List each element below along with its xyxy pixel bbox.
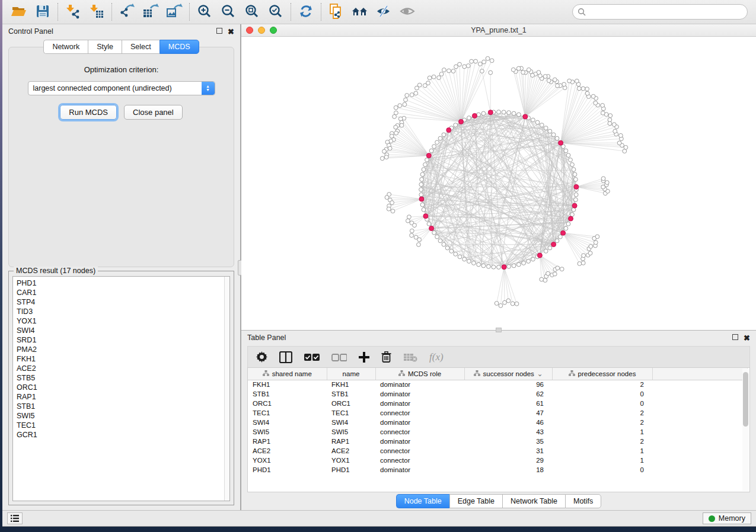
open-folder-icon [11, 4, 27, 21]
table-settings-button[interactable] [256, 351, 267, 363]
delete-column-button[interactable] [381, 351, 391, 363]
export-table-button[interactable] [139, 2, 162, 22]
mcds-result-item[interactable]: GCR1 [17, 430, 221, 440]
hide-selected-button[interactable] [372, 2, 395, 22]
tab-motifs[interactable]: Motifs [565, 494, 601, 508]
add-column-button[interactable] [359, 352, 369, 363]
duplicate-network-button[interactable] [324, 2, 348, 22]
close-panel-button[interactable]: Close panel [124, 105, 183, 120]
cytoscape-window: Control Panel ✖ NetworkStyleSelectMCDS O… [2, 0, 756, 527]
tab-select[interactable]: Select [122, 40, 160, 54]
tab-mcds[interactable]: MCDS [160, 40, 199, 54]
column-panel-button[interactable] [279, 351, 292, 363]
memory-button[interactable]: Memory [703, 512, 751, 524]
mcds-result-item[interactable]: SWI5 [17, 411, 221, 421]
mcds-result-item[interactable]: ORC1 [17, 383, 221, 392]
mcds-result-item[interactable]: SWI4 [17, 326, 221, 335]
mcds-result-item[interactable]: TID3 [17, 307, 221, 316]
column-header-predecessor-nodes[interactable]: predecessor nodes [552, 368, 652, 380]
zoom-in-button[interactable] [193, 2, 216, 22]
tree-icon [474, 370, 480, 377]
search-field[interactable] [572, 4, 748, 20]
mcds-result-item[interactable]: TEC1 [17, 421, 221, 430]
zoom-selected-button[interactable] [264, 2, 288, 22]
toolbar-separator [291, 3, 291, 21]
dropdown-selected-value: largest connected component (undirected) [28, 82, 202, 95]
float-table-panel-icon[interactable] [732, 334, 738, 341]
mcds-result-list[interactable]: PHD1CAR1STP4TID3YOX1SWI4SRD1PMA2FKH1ACE2… [12, 276, 230, 501]
column-header-name[interactable]: name [327, 368, 375, 380]
refresh-layout-button[interactable] [294, 2, 318, 22]
table-row[interactable]: RAP1RAP1dominator352 [248, 437, 747, 446]
canvas-resize-grip[interactable] [496, 328, 502, 332]
table-panel: Table Panel ✖ f(x) [241, 330, 756, 510]
save-session-button[interactable] [31, 2, 55, 22]
home-button[interactable] [348, 2, 372, 22]
import-network-button[interactable] [61, 2, 85, 22]
mcds-result-item[interactable]: STB5 [17, 373, 221, 383]
network-graph[interactable] [241, 37, 756, 330]
column-header-shared-name[interactable]: shared name [248, 368, 327, 380]
mcds-result-item[interactable]: STP4 [17, 297, 221, 307]
export-table-icon [142, 4, 159, 21]
status-bar: Memory [2, 510, 756, 526]
mcds-result-item[interactable]: ACE2 [17, 364, 221, 373]
mcds-result-item[interactable]: STB1 [17, 402, 221, 411]
table-row[interactable]: STB1STB1dominator620 [248, 389, 747, 399]
import-table-button[interactable] [85, 2, 109, 22]
tab-edge-table[interactable]: Edge Table [449, 494, 502, 508]
control-panel: Control Panel ✖ NetworkStyleSelectMCDS O… [2, 24, 240, 510]
mcds-result-item[interactable]: CAR1 [17, 288, 221, 297]
close-panel-icon[interactable]: ✖ [228, 28, 234, 36]
mcds-result-item[interactable]: SRD1 [17, 335, 221, 345]
mcds-result-item[interactable]: PMA2 [17, 345, 221, 354]
tab-network[interactable]: Network [43, 40, 88, 54]
float-panel-icon[interactable] [216, 28, 222, 35]
optimization-criterion-label: Optimization criterion: [16, 65, 227, 74]
table-row[interactable]: ACE2ACE2connector311 [248, 446, 747, 456]
table-toolbar: f(x) [247, 346, 750, 367]
export-network-button[interactable] [115, 2, 139, 22]
toolbar-separator [321, 3, 321, 21]
import-network-icon [65, 4, 81, 21]
mcds-result-item[interactable]: RAP1 [17, 392, 221, 402]
zoom-in-icon [197, 4, 212, 21]
table-row[interactable]: PHD1PHD1dominator180 [248, 465, 747, 475]
optimization-criterion-dropdown[interactable]: largest connected component (undirected)… [28, 81, 215, 95]
node-table[interactable]: shared namenameMCDS rolesuccessor nodes⌄… [247, 367, 750, 492]
table-row[interactable]: SWI5SWI5connector431 [248, 427, 747, 437]
result-list-scrollbar[interactable] [224, 277, 229, 501]
column-header-MCDS-role[interactable]: MCDS role [375, 368, 464, 380]
select-all-button[interactable] [304, 353, 320, 361]
table-scrollbar-thumb[interactable] [743, 372, 748, 427]
task-history-button[interactable] [7, 512, 23, 524]
table-scrollbar[interactable] [742, 368, 749, 491]
show-all-button[interactable] [395, 2, 419, 22]
network-view-canvas[interactable] [241, 37, 756, 330]
network-window-titlebar[interactable]: YPA_prune.txt_1 [241, 24, 756, 37]
column-header-successor-nodes[interactable]: successor nodes⌄ [464, 368, 552, 380]
run-mcds-button[interactable]: Run MCDS [60, 105, 117, 120]
table-row[interactable]: ORC1ORC1dominator610 [248, 399, 747, 408]
zoom-fit-button[interactable] [240, 2, 264, 22]
mcds-result-item[interactable]: YOX1 [17, 316, 221, 326]
zoom-out-button[interactable] [216, 2, 240, 22]
zoom-selected-icon [268, 4, 283, 21]
table-row[interactable]: YOX1YOX1connector291 [248, 456, 747, 465]
table-row[interactable]: SWI4SWI4dominator462 [248, 418, 747, 427]
table-row[interactable]: TEC1TEC1connector472 [248, 408, 747, 418]
tab-network-table[interactable]: Network Table [502, 494, 565, 508]
export-image-button[interactable] [162, 2, 186, 22]
control-panel-title: Control Panel [8, 27, 53, 36]
table-row[interactable]: FKH1FKH1dominator962 [248, 380, 747, 389]
mcds-result-item[interactable]: PHD1 [17, 278, 221, 288]
tab-style[interactable]: Style [88, 40, 122, 54]
tab-node-table[interactable]: Node Table [396, 494, 449, 508]
close-table-panel-icon[interactable]: ✖ [744, 334, 750, 342]
memory-label: Memory [719, 514, 745, 523]
search-input[interactable] [589, 8, 742, 16]
mcds-result-item[interactable]: FKH1 [17, 354, 221, 364]
dropdown-stepper-icon: ▲▼ [202, 82, 215, 95]
open-file-button[interactable] [7, 2, 31, 22]
deselect-all-button[interactable] [331, 353, 347, 361]
